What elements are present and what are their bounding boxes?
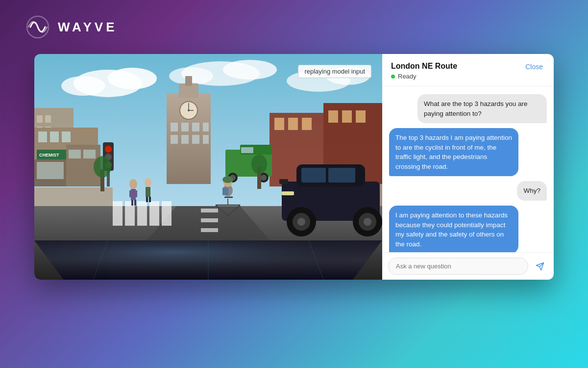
- message-4: I am paying attention to these hazards b…: [389, 206, 518, 252]
- chat-title: London NE Route: [391, 62, 457, 71]
- svg-rect-17: [50, 131, 59, 142]
- svg-rect-11: [37, 115, 43, 123]
- status-text: Ready: [398, 73, 416, 80]
- status-indicator: [391, 75, 395, 79]
- svg-rect-96: [301, 168, 326, 183]
- svg-rect-46: [328, 110, 338, 123]
- video-panel: CHEMIST: [34, 54, 382, 280]
- svg-rect-77: [131, 200, 133, 206]
- svg-text:CHEMIST: CHEMIST: [39, 153, 59, 158]
- svg-point-55: [261, 175, 267, 181]
- close-button[interactable]: Close: [523, 62, 545, 72]
- street-scene-svg: CHEMIST: [34, 54, 382, 280]
- chat-header-info: London NE Route Ready: [391, 62, 457, 80]
- svg-point-73: [129, 179, 137, 189]
- svg-rect-105: [279, 179, 288, 184]
- svg-rect-71: [149, 201, 159, 226]
- chat-status: Ready: [391, 73, 457, 80]
- svg-rect-25: [83, 150, 96, 158]
- svg-rect-12: [45, 115, 51, 123]
- svg-point-92: [222, 176, 233, 183]
- svg-rect-72: [162, 201, 172, 226]
- send-icon: [536, 262, 544, 271]
- svg-rect-97: [328, 168, 355, 183]
- svg-rect-43: [274, 118, 284, 130]
- svg-rect-65: [201, 209, 218, 212]
- svg-rect-39: [192, 135, 199, 144]
- brand-name: WAYVE: [58, 20, 118, 35]
- svg-rect-104: [282, 191, 294, 195]
- svg-point-6: [223, 60, 277, 79]
- svg-rect-28: [185, 76, 192, 86]
- app-header: WAYVE: [0, 0, 588, 49]
- svg-rect-81: [146, 197, 148, 202]
- video-scene: CHEMIST: [34, 54, 382, 280]
- svg-point-79: [145, 178, 151, 187]
- chat-messages: What are the top 3 hazards you are payin…: [382, 86, 554, 252]
- send-button[interactable]: [532, 259, 548, 274]
- svg-rect-75: [129, 190, 132, 197]
- logo: WAYVE: [24, 14, 118, 40]
- svg-rect-93: [222, 187, 228, 195]
- svg-rect-22: [37, 162, 64, 179]
- svg-rect-48: [356, 110, 366, 123]
- svg-point-103: [364, 218, 371, 226]
- svg-rect-66: [201, 218, 218, 222]
- svg-rect-70: [137, 201, 147, 226]
- wayve-logo-icon: [24, 14, 51, 40]
- svg-rect-51: [241, 147, 253, 153]
- svg-rect-16: [38, 131, 47, 142]
- chat-panel: London NE Route Ready Close What are the…: [382, 54, 554, 280]
- message-1: What are the top 3 hazards you are payin…: [417, 94, 547, 123]
- svg-rect-67: [201, 228, 218, 232]
- svg-rect-24: [69, 150, 81, 158]
- chat-header: London NE Route Ready Close: [382, 54, 554, 86]
- svg-rect-40: [203, 135, 209, 144]
- svg-rect-82: [149, 197, 151, 202]
- svg-point-4: [61, 76, 105, 96]
- chat-input-area: [382, 252, 554, 280]
- message-2: The top 3 hazards I am paying attention …: [389, 128, 518, 176]
- svg-point-58: [105, 146, 112, 153]
- svg-rect-47: [342, 110, 352, 123]
- svg-point-112: [94, 156, 111, 178]
- message-3: Why?: [517, 181, 547, 201]
- svg-rect-34: [181, 123, 189, 131]
- svg-rect-80: [146, 187, 150, 197]
- svg-rect-45: [302, 118, 312, 130]
- svg-rect-38: [181, 135, 189, 144]
- svg-rect-78: [134, 200, 136, 206]
- svg-point-100: [297, 218, 305, 226]
- svg-rect-76: [134, 190, 137, 197]
- svg-rect-33: [171, 123, 178, 131]
- svg-rect-44: [288, 118, 298, 130]
- replay-label: replaying model input: [298, 65, 371, 78]
- main-content: CHEMIST: [34, 54, 554, 280]
- svg-point-114: [251, 155, 267, 174]
- svg-rect-35: [192, 123, 199, 131]
- svg-rect-68: [113, 201, 122, 226]
- svg-rect-37: [171, 135, 178, 144]
- svg-rect-18: [62, 131, 71, 142]
- svg-rect-36: [203, 123, 209, 131]
- svg-point-3: [108, 68, 157, 89]
- chat-input-field[interactable]: [388, 258, 528, 275]
